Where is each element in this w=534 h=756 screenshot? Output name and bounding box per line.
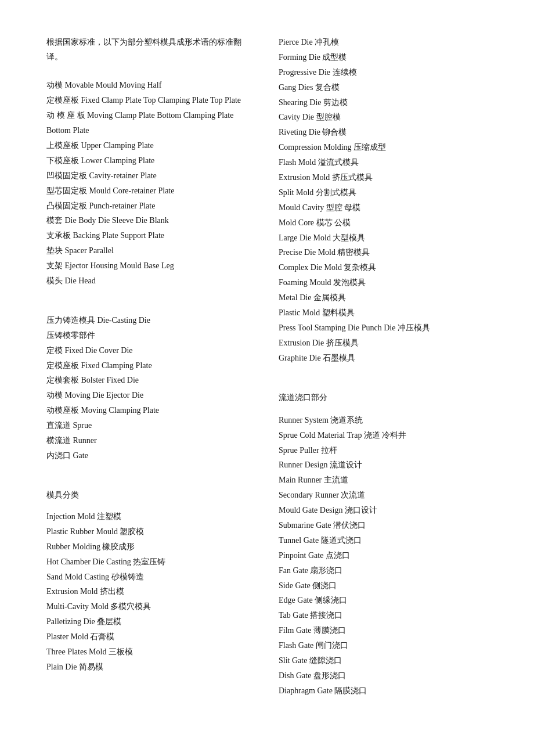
list-item: Metal Die 金属模具 <box>279 290 488 305</box>
list-item: Flash Gate 闸门浇口 <box>279 638 488 653</box>
mould-parts-list: 动模 Movable Mould Moving Half定模座板 Fixed C… <box>46 78 255 288</box>
list-item: Gang Dies 复合模 <box>279 80 488 95</box>
list-item: Complex Die Mold 复杂模具 <box>279 260 488 275</box>
list-item: Palletizing Die 叠层模 <box>46 614 255 629</box>
list-item: 动 模 座 板 Moving Clamp Plate Bottom Clampi… <box>46 108 255 138</box>
list-item: Runner System 浇道系统 <box>279 413 488 428</box>
list-item: Tunnel Gate 隧道式浇口 <box>279 533 488 548</box>
list-item: Split Mold 分割式模具 <box>279 185 488 200</box>
list-item: Diaphragm Gate 隔膜浇口 <box>279 683 488 699</box>
list-item: Submarine Gate 潜伏浇口 <box>279 518 488 533</box>
list-item: 支架 Ejector Housing Mould Base Leg <box>46 258 255 273</box>
list-item: Dish Gate 盘形浇口 <box>279 668 488 683</box>
list-item: Graphite Die 石墨模具 <box>279 351 488 366</box>
list-item: Extrusion Mold 挤压式模具 <box>279 170 488 185</box>
list-item: 动模 Moving Die Ejector Die <box>46 388 255 403</box>
list-item: Mould Gate Design 浇口设计 <box>279 503 488 518</box>
list-item: Plastic Rubber Mould 塑胶模 <box>46 524 255 539</box>
list-item: 型芯固定板 Mould Core-retainer Plate <box>46 183 255 199</box>
list-item: 压铸模零部件 <box>46 328 255 343</box>
classification-section: 模具分类 Injection Mold 注塑模Plastic Rubber Mo… <box>46 488 255 675</box>
die-casting-list: 压力铸造模具 Die-Casting Die压铸模零部件定模 Fixed Die… <box>46 313 255 463</box>
runner-list: Runner System 浇道系统Sprue Cold Material Tr… <box>279 413 488 699</box>
mould-parts-section: 动模 Movable Mould Moving Half定模座板 Fixed C… <box>46 78 255 288</box>
die-types-section: Pierce Die 冲孔模Forming Die 成型模Progressive… <box>279 35 488 366</box>
list-item: 直流道 Sprue <box>46 418 255 433</box>
list-item: 上模座板 Upper Clamping Plate <box>46 138 255 153</box>
list-item: Plaster Mold 石膏模 <box>46 629 255 645</box>
list-item: Riveting Die 铆合模 <box>279 125 488 140</box>
list-item: Edge Gate 侧缘浇口 <box>279 593 488 608</box>
list-item: Large Die Mold 大型模具 <box>279 231 488 246</box>
list-item: Side Gate 侧浇口 <box>279 578 488 593</box>
list-item: Film Gate 薄膜浇口 <box>279 623 488 638</box>
list-item: Sand Mold Casting 砂模铸造 <box>46 570 255 585</box>
list-item: Plain Die 简易模 <box>46 660 255 675</box>
list-item: Pinpoint Gate 点浇口 <box>279 548 488 563</box>
list-item: Press Tool Stamping Die Punch Die 冲压模具 <box>279 321 488 336</box>
die-casting-section: 压力铸造模具 Die-Casting Die压铸模零部件定模 Fixed Die… <box>46 313 255 463</box>
runner-section: 流道浇口部分 Runner System 浇道系统Sprue Cold Mate… <box>279 390 488 699</box>
list-item: 定模 Fixed Die Cover Die <box>46 343 255 358</box>
list-item: 定模座板 Fixed Clamp Plate Top Clamping Plat… <box>46 93 255 108</box>
list-item: Main Runner 主流道 <box>279 473 488 488</box>
list-item: Mold Core 模芯 公模 <box>279 215 488 231</box>
list-item: 模头 Die Head <box>46 273 255 289</box>
list-item: Sprue Puller 拉杆 <box>279 443 488 458</box>
list-item: 内浇口 Gate <box>46 448 255 463</box>
list-item: Flash Mold 溢流式模具 <box>279 155 488 170</box>
list-item: Cavity Die 型腔模 <box>279 110 488 125</box>
list-item: 模套 Die Body Die Sleeve Die Blank <box>46 213 255 228</box>
list-item: Compression Molding 压缩成型 <box>279 140 488 155</box>
list-item: Precise Die Mold 精密模具 <box>279 245 488 260</box>
list-item: Rubber Molding 橡胶成形 <box>46 539 255 555</box>
list-item: Slit Gate 缝隙浇口 <box>279 653 488 668</box>
list-item: Plastic Mold 塑料模具 <box>279 305 488 321</box>
list-item: Mould Cavity 型腔 母模 <box>279 200 488 215</box>
list-item: Sprue Cold Material Trap 浇道 冷料井 <box>279 428 488 443</box>
list-item: 凹模固定板 Cavity-retainer Plate <box>46 168 255 183</box>
list-item: Shearing Die 剪边模 <box>279 95 488 110</box>
classification-title: 模具分类 <box>46 488 255 502</box>
list-item: 凸模固定板 Punch-retainer Plate <box>46 199 255 214</box>
list-item: Secondary Runner 次流道 <box>279 488 488 503</box>
die-types-list: Pierce Die 冲孔模Forming Die 成型模Progressive… <box>279 35 488 366</box>
list-item: Runner Design 流道设计 <box>279 458 488 473</box>
list-item: Extrusion Die 挤压模具 <box>279 336 488 351</box>
list-item: 下模座板 Lower Clamping Plate <box>46 153 255 168</box>
list-item: 定模座板 Fixed Clamping Plate <box>46 358 255 373</box>
list-item: Forming Die 成型模 <box>279 50 488 65</box>
runner-title: 流道浇口部分 <box>279 390 488 405</box>
list-item: 动模 Movable Mould Moving Half <box>46 78 255 93</box>
intro-text: 根据国家标准，以下为部分塑料模具成形术语的标准翻译。 <box>46 35 255 64</box>
left-column: 根据国家标准，以下为部分塑料模具成形术语的标准翻译。 动模 Movable Mo… <box>46 35 255 712</box>
classification-list: Injection Mold 注塑模Plastic Rubber Mould 塑… <box>46 509 255 675</box>
right-column: Pierce Die 冲孔模Forming Die 成型模Progressive… <box>279 35 488 712</box>
list-item: Progressive Die 连续模 <box>279 65 488 80</box>
intro-section: 根据国家标准，以下为部分塑料模具成形术语的标准翻译。 <box>46 35 255 64</box>
list-item: Hot Chamber Die Casting 热室压铸 <box>46 555 255 570</box>
list-item: Fan Gate 扇形浇口 <box>279 563 488 578</box>
list-item: 压力铸造模具 Die-Casting Die <box>46 313 255 328</box>
list-item: 定模套板 Bolster Fixed Die <box>46 373 255 388</box>
list-item: 支承板 Backing Plate Support Plate <box>46 228 255 243</box>
list-item: 横流道 Runner <box>46 433 255 448</box>
list-item: Extrusion Mold 挤出模 <box>46 584 255 599</box>
list-item: Injection Mold 注塑模 <box>46 509 255 524</box>
list-item: Pierce Die 冲孔模 <box>279 35 488 50</box>
list-item: Foaming Mould 发泡模具 <box>279 275 488 290</box>
list-item: 垫块 Spacer Parallel <box>46 243 255 258</box>
list-item: Three Plates Mold 三板模 <box>46 645 255 660</box>
list-item: Tab Gate 搭接浇口 <box>279 608 488 623</box>
list-item: 动模座板 Moving Clamping Plate <box>46 403 255 418</box>
list-item: Multi-Cavity Mold 多模穴模具 <box>46 599 255 614</box>
